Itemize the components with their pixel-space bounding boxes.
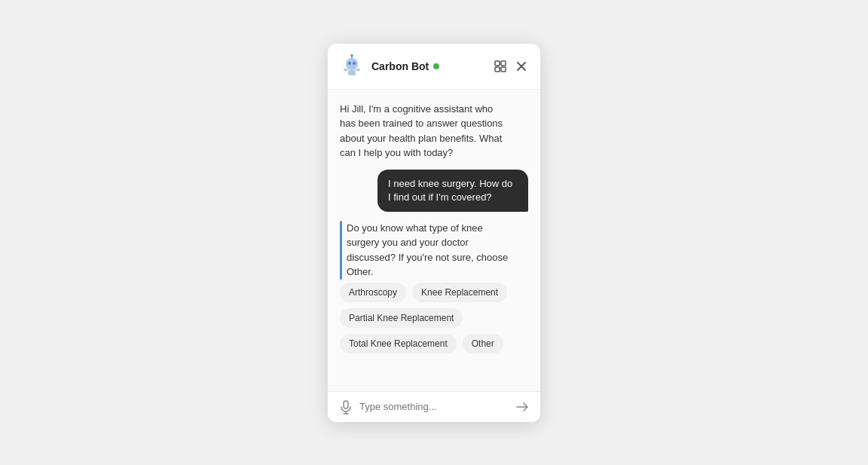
- option-partial-knee[interactable]: Partial Knee Replacement: [340, 308, 463, 328]
- svg-point-5: [351, 54, 353, 57]
- bot-name-container: Carbon Bot: [371, 60, 494, 72]
- chat-text-input[interactable]: [359, 401, 509, 412]
- option-knee-replacement[interactable]: Knee Replacement: [412, 283, 507, 302]
- svg-rect-1: [348, 70, 356, 75]
- user-message-1: I need knee surgery. How do I find out i…: [377, 170, 528, 212]
- send-icon[interactable]: [515, 399, 530, 415]
- blue-accent-bar: [340, 221, 342, 280]
- user-bubble-1: I need knee surgery. How do I find out i…: [377, 170, 528, 212]
- svg-rect-7: [356, 69, 360, 71]
- option-other[interactable]: Other: [463, 334, 503, 353]
- online-indicator: [433, 63, 439, 69]
- chat-input-area: [328, 391, 540, 422]
- svg-rect-8: [495, 61, 500, 66]
- bot-name: Carbon Bot: [371, 60, 429, 72]
- header-actions: [494, 60, 528, 73]
- option-total-knee[interactable]: Total Knee Replacement: [340, 334, 457, 353]
- bot-bubble-1: Hi Jill, I'm a cognitive assistant who h…: [340, 102, 509, 161]
- option-chips: Arthroscopy Knee Replacement Partial Kne…: [340, 283, 509, 353]
- bot-message-1: Hi Jill, I'm a cognitive assistant who h…: [340, 102, 509, 161]
- svg-point-2: [348, 62, 351, 65]
- svg-rect-6: [344, 69, 348, 71]
- svg-point-3: [353, 62, 356, 65]
- option-arthroscopy[interactable]: Arthroscopy: [340, 283, 406, 302]
- mic-icon[interactable]: [338, 399, 353, 415]
- chat-messages: Hi Jill, I'm a cognitive assistant who h…: [328, 90, 540, 391]
- svg-rect-14: [344, 401, 348, 408]
- bot-avatar: [340, 54, 364, 78]
- chat-window: Carbon Bot Hi Jill, I'm a cognitive assi…: [328, 44, 540, 422]
- bot-bubble-2: Do you know what type of knee surgery yo…: [347, 221, 509, 280]
- bot-bar-container: Do you know what type of knee surgery yo…: [340, 221, 509, 280]
- svg-rect-10: [495, 67, 500, 72]
- svg-rect-9: [501, 61, 506, 66]
- chat-header: Carbon Bot: [328, 44, 540, 90]
- expand-icon[interactable]: [494, 60, 507, 73]
- close-icon[interactable]: [515, 60, 528, 73]
- bot-message-2: Do you know what type of knee surgery yo…: [340, 221, 509, 353]
- svg-rect-11: [501, 67, 506, 72]
- svg-point-0: [346, 58, 358, 70]
